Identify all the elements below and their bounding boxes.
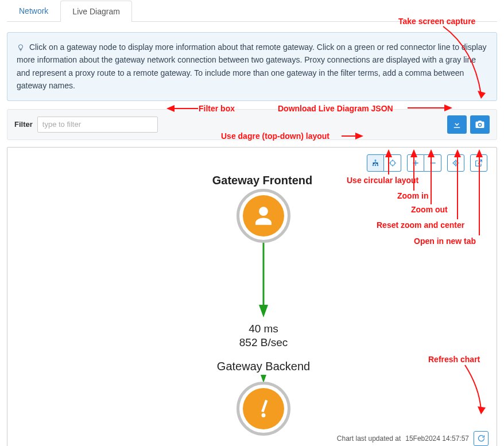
- status-bar: Chart last updated at 15Feb2024 14:57:57: [337, 431, 489, 446]
- node-backend[interactable]: [237, 382, 290, 436]
- filter-bar: Filter: [7, 109, 497, 140]
- svg-marker-8: [259, 305, 268, 317]
- node-backend-label: Gateway Backend: [189, 360, 338, 373]
- node-frontend-label: Gateway Frontend: [188, 174, 337, 187]
- filter-label: Filter: [14, 120, 33, 129]
- download-json-button[interactable]: [447, 115, 467, 134]
- alert-icon: [251, 397, 276, 421]
- filter-input[interactable]: [37, 117, 158, 133]
- info-box: Click on a gateway node to display more …: [7, 32, 497, 101]
- edge-metrics: 40 ms 852 B/sec: [206, 322, 321, 350]
- refresh-icon: [477, 434, 486, 443]
- diagram-panel: Gateway Frontend 40 ms 852 B/sec Gateway…: [7, 147, 497, 446]
- refresh-button[interactable]: [474, 431, 489, 446]
- status-prefix: Chart last updated at: [337, 435, 401, 443]
- connection-edge[interactable]: [259, 243, 268, 317]
- tab-bar: Network Live Diagram: [7, 0, 497, 22]
- screenshot-button[interactable]: [470, 115, 490, 134]
- tab-network[interactable]: Network: [7, 0, 60, 21]
- download-icon: [452, 119, 462, 130]
- info-text: Click on a gateway node to display more …: [17, 42, 487, 90]
- diagram-canvas[interactable]: Gateway Frontend 40 ms 852 B/sec Gateway…: [15, 156, 489, 444]
- latency: 40 ms: [206, 322, 321, 336]
- user-icon: [251, 204, 276, 228]
- tab-live-diagram[interactable]: Live Diagram: [60, 1, 131, 22]
- camera-icon: [475, 119, 485, 130]
- status-time: 15Feb2024 14:57:57: [405, 435, 469, 443]
- lightbulb-icon: [17, 42, 25, 53]
- node-frontend[interactable]: [237, 189, 290, 243]
- throughput: 852 B/sec: [206, 336, 321, 350]
